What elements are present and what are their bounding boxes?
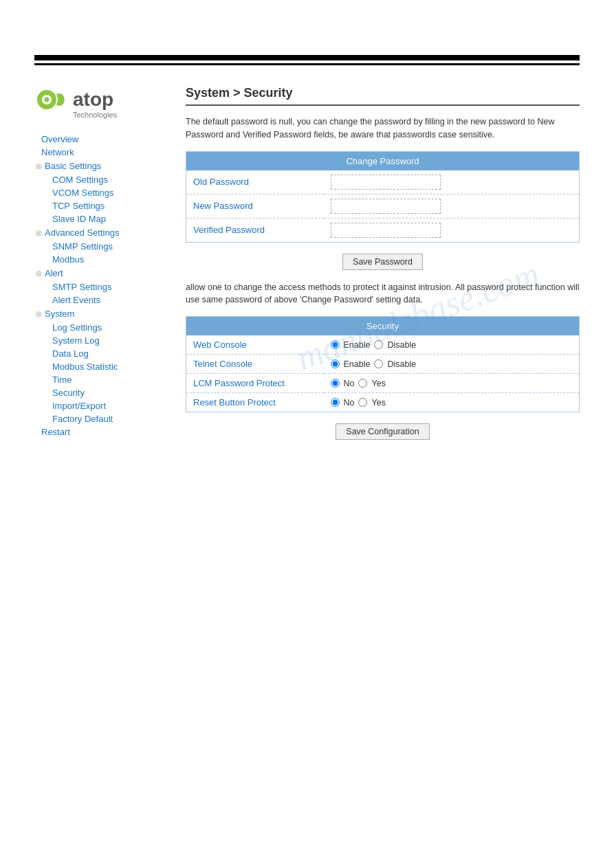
- verified-password-cell: [324, 218, 580, 242]
- top-bar2: [34, 63, 580, 65]
- telnet-console-label: Telnet Console: [186, 355, 324, 374]
- nav-snmp-settings[interactable]: SNMP Settings: [50, 240, 172, 253]
- nav-system-log[interactable]: System Log: [50, 334, 172, 347]
- web-console-enable-label: Enable: [344, 340, 371, 350]
- nav-overview[interactable]: Overview: [34, 133, 172, 146]
- atop-logo-icon: [34, 86, 69, 113]
- nav-basic-settings-label: Basic Settings: [45, 161, 101, 171]
- save-configuration-button[interactable]: Save Configuration: [336, 423, 429, 440]
- lcm-protect-yes-label: Yes: [371, 379, 385, 388]
- bullet-advanced: ◎: [36, 229, 42, 236]
- lcm-password-protect-label: LCM Password Protect: [186, 374, 324, 393]
- change-password-table: Change Password Old Password New Passwor…: [186, 151, 580, 243]
- save-password-button[interactable]: Save Password: [342, 254, 423, 270]
- nav-modbus-statistic[interactable]: Modbus Statistic: [50, 360, 172, 373]
- telnet-console-enable-label: Enable: [344, 359, 371, 369]
- web-console-disable-label: Disable: [387, 340, 416, 350]
- old-password-cell: [324, 170, 580, 194]
- main-content: System > Security The default password i…: [186, 79, 580, 451]
- web-console-label: Web Console: [186, 335, 324, 355]
- table-row: Web Console Enable Disable: [186, 335, 580, 355]
- nav-time[interactable]: Time: [50, 373, 172, 386]
- telnet-console-enable-radio[interactable]: [331, 359, 340, 368]
- table-row: Telnet Console Enable Disable: [186, 355, 580, 374]
- bullet-basic: ◎: [36, 162, 42, 170]
- table-row: Verified Password: [186, 218, 580, 242]
- lcm-protect-no-label: No: [344, 379, 355, 388]
- table-row: New Password: [186, 194, 580, 218]
- table-row: Old Password: [186, 170, 580, 194]
- telnet-console-disable-radio[interactable]: [374, 359, 383, 368]
- old-password-input[interactable]: [331, 175, 441, 190]
- security-table: Security Web Console Enable Disable: [186, 316, 580, 412]
- reset-button-protect-options: No Yes: [324, 393, 580, 412]
- web-console-enable-radio[interactable]: [331, 340, 340, 349]
- reset-protect-no-label: No: [344, 398, 355, 408]
- nav-tcp-settings[interactable]: TCP Settings: [50, 199, 172, 212]
- web-console-disable-radio[interactable]: [374, 340, 383, 349]
- nav-log-settings[interactable]: Log Settings: [50, 321, 172, 334]
- table-row: LCM Password Protect No Yes: [186, 374, 580, 393]
- nav-vcom-settings[interactable]: VCOM Settings: [50, 186, 172, 199]
- table-row: Reset Button Protect No Yes: [186, 393, 580, 412]
- change-password-header: Change Password: [186, 151, 580, 170]
- change-password-description: The default password is null, you can ch…: [186, 115, 580, 142]
- nav-advanced-children: SNMP Settings Modbus: [34, 240, 172, 266]
- logo-area: atop Technologies: [34, 86, 172, 119]
- nav-smtp-settings[interactable]: SMTP Settings: [50, 280, 172, 293]
- security-description: allow one to change the access methods t…: [186, 281, 580, 307]
- telnet-console-options: Enable Disable: [324, 355, 580, 374]
- new-password-cell: [324, 194, 580, 218]
- nav-alert-children: SMTP Settings Alert Events: [34, 280, 172, 307]
- verified-password-label: Verified Password: [186, 218, 324, 242]
- telnet-console-disable-label: Disable: [387, 359, 416, 369]
- new-password-label: New Password: [186, 194, 324, 218]
- brand-sub: Technologies: [73, 111, 172, 119]
- lcm-protect-no-radio[interactable]: [331, 379, 340, 388]
- nav-system-label: System: [45, 309, 74, 319]
- verified-password-input[interactable]: [331, 223, 441, 238]
- reset-protect-yes-radio[interactable]: [358, 398, 367, 407]
- nav-basic-children: COM Settings VCOM Settings TCP Settings …: [34, 173, 172, 225]
- sidebar: atop Technologies Overview Network ◎ Bas…: [34, 79, 172, 451]
- nav-basic-settings-section[interactable]: ◎ Basic Settings: [34, 159, 172, 173]
- brand-name: atop: [73, 89, 113, 111]
- nav-restart[interactable]: Restart: [34, 425, 172, 438]
- page-title: System > Security: [186, 86, 580, 106]
- nav-import-export[interactable]: Import/Export: [50, 399, 172, 412]
- nav-modbus[interactable]: Modbus: [50, 253, 172, 266]
- nav-com-settings[interactable]: COM Settings: [50, 173, 172, 186]
- reset-button-protect-label: Reset Button Protect: [186, 393, 324, 412]
- web-console-options: Enable Disable: [324, 335, 580, 355]
- reset-protect-no-radio[interactable]: [331, 398, 340, 407]
- svg-point-2: [45, 98, 50, 102]
- logo-box: atop: [34, 86, 172, 113]
- security-header: Security: [186, 317, 580, 336]
- nav-advanced-settings-section[interactable]: ◎ Advanced Settings: [34, 225, 172, 240]
- bullet-system: ◎: [36, 310, 42, 318]
- nav-alert-label: Alert: [45, 268, 63, 278]
- nav-alert-events[interactable]: Alert Events: [50, 293, 172, 307]
- old-password-label: Old Password: [186, 170, 324, 194]
- top-bar: [34, 55, 580, 60]
- lcm-protect-yes-radio[interactable]: [358, 379, 367, 388]
- nav-network[interactable]: Network: [34, 146, 172, 159]
- lcm-password-protect-options: No Yes: [324, 374, 580, 393]
- reset-protect-yes-label: Yes: [371, 398, 385, 408]
- bullet-alert: ◎: [36, 269, 42, 277]
- nav-security[interactable]: Security: [50, 386, 172, 399]
- nav-data-log[interactable]: Data Log: [50, 347, 172, 360]
- nav-slave-id-map[interactable]: Slave ID Map: [50, 212, 172, 225]
- nav-factory-default[interactable]: Factory Default: [50, 412, 172, 425]
- nav-system-children: Log Settings System Log Data Log Modbus …: [34, 321, 172, 425]
- nav-advanced-settings-label: Advanced Settings: [45, 227, 119, 238]
- nav-system-section[interactable]: ◎ System: [34, 307, 172, 321]
- nav-alert-section[interactable]: ◎ Alert: [34, 266, 172, 280]
- new-password-input[interactable]: [331, 199, 441, 214]
